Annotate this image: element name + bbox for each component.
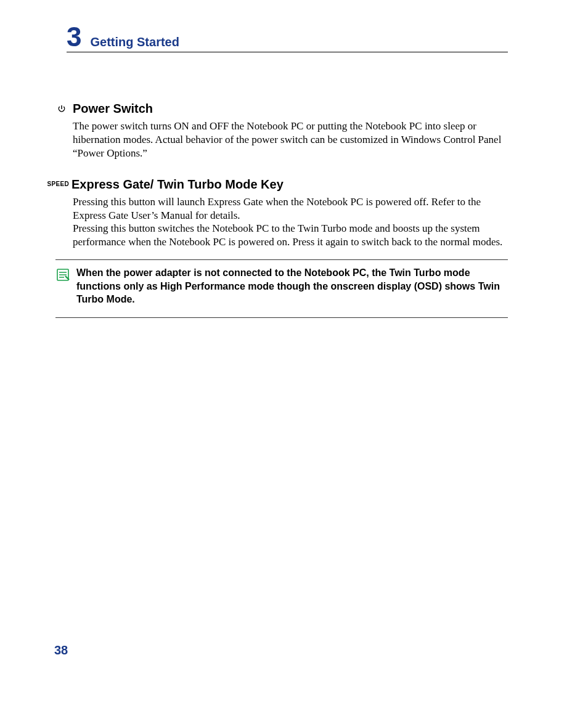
paragraph: Pressing this button will launch Express… bbox=[73, 195, 508, 222]
chapter-header: 3 Getting Started bbox=[67, 25, 508, 52]
section-body: Pressing this button will launch Express… bbox=[73, 195, 508, 248]
page-number: 38 bbox=[54, 643, 68, 657]
section-body: The power switch turns ON and OFF the No… bbox=[73, 120, 508, 160]
section-power-switch: Power Switch The power switch turns ON a… bbox=[55, 102, 508, 160]
paragraph: Pressing this button switches the Notebo… bbox=[73, 222, 508, 248]
section-title: Power Switch bbox=[73, 102, 153, 116]
note-icon bbox=[55, 267, 70, 285]
note-box: When the power adapter is not connected … bbox=[55, 259, 508, 318]
section-express-gate: SPEED Express Gate/ Twin Turbo Mode Key … bbox=[55, 177, 508, 317]
chapter-title: Getting Started bbox=[90, 35, 179, 49]
power-icon bbox=[55, 104, 68, 114]
speed-icon-label: SPEED bbox=[47, 181, 69, 187]
note-text: When the power adapter is not connected … bbox=[76, 266, 508, 306]
chapter-number: 3 bbox=[67, 25, 81, 49]
section-title: Express Gate/ Twin Turbo Mode Key bbox=[71, 177, 284, 192]
